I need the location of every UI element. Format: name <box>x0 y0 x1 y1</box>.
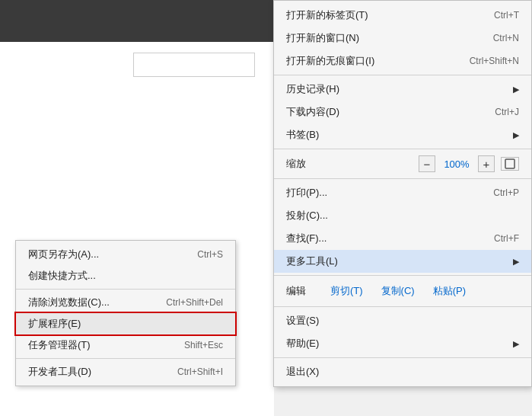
edit-label: 编辑 <box>286 284 306 298</box>
menu-item-label: 退出(X) <box>286 365 319 379</box>
menu-item-label: 书签(B) <box>286 128 319 142</box>
menu-item-label: 清除浏览数据(C)... <box>28 296 110 309</box>
menu-item-label: 查找(F)... <box>286 232 327 245</box>
context-menu-item[interactable]: 投射(C)... <box>274 204 531 227</box>
submenu-more-tools: 网页另存为(A)...Ctrl+S创建快捷方式...清除浏览数据(C)...Ct… <box>15 240 236 386</box>
menu-item-shortcut: Ctrl+Shift+I <box>177 366 223 377</box>
menu-item-shortcut: Ctrl+Shift+Del <box>166 297 223 308</box>
menu-item-shortcut: Ctrl+Shift+N <box>470 56 519 66</box>
menu-separator <box>274 178 531 179</box>
cut-button[interactable]: 剪切(T) <box>321 282 372 300</box>
zoom-in-button[interactable]: + <box>478 155 495 172</box>
svg-rect-0 <box>505 159 514 168</box>
submenu-arrow-icon: ▶ <box>513 339 519 349</box>
menu-separator <box>274 306 531 307</box>
menu-item-label: 历史记录(H) <box>286 82 339 96</box>
menu-item-shortcut: Ctrl+N <box>493 33 519 43</box>
context-menu-item[interactable]: 开发者工具(D)Ctrl+Shift+I <box>16 361 235 382</box>
browser-topbar <box>0 0 274 42</box>
context-menu-item[interactable]: 打开新的标签页(T)Ctrl+T <box>274 4 531 27</box>
menu-item-shortcut: Ctrl+S <box>197 249 223 260</box>
menu-item-shortcut: Ctrl+F <box>494 233 519 244</box>
menu-separator <box>274 275 531 276</box>
zoom-row: 缩放−100%+ <box>274 152 531 176</box>
menu-item-label: 打开新的标签页(T) <box>286 8 368 22</box>
submenu-arrow-icon: ▶ <box>513 257 519 267</box>
context-menu-item[interactable]: 查找(F)...Ctrl+F <box>274 227 531 250</box>
menu-item-label: 下载内容(D) <box>286 105 339 119</box>
paste-button[interactable]: 粘贴(P) <box>424 282 475 300</box>
context-menu-item[interactable]: 更多工具(L)▶ <box>274 250 531 273</box>
menu-item-label: 创建快捷方式... <box>28 269 96 283</box>
menu-item-label: 帮助(E) <box>286 337 319 350</box>
context-menu-item[interactable]: 历史记录(H)▶ <box>274 78 531 101</box>
main-context-menu: 打开新的标签页(T)Ctrl+T打开新的窗口(N)Ctrl+N打开新的无痕窗口(… <box>273 0 532 387</box>
zoom-fullscreen-button[interactable] <box>501 157 519 171</box>
menu-item-label: 打开新的无痕窗口(I) <box>286 54 374 68</box>
submenu-arrow-icon: ▶ <box>513 85 519 94</box>
menu-item-label: 网页另存为(A)... <box>28 248 99 261</box>
context-menu-item[interactable]: 帮助(E)▶ <box>274 332 531 355</box>
menu-item-shortcut: Ctrl+P <box>493 187 519 198</box>
menu-item-label: 更多工具(L) <box>286 254 338 268</box>
submenu-arrow-icon: ▶ <box>513 130 519 140</box>
menu-item-label: 打开新的窗口(N) <box>286 31 359 45</box>
zoom-value: 100% <box>441 158 472 170</box>
context-menu-item[interactable]: 创建快捷方式... <box>16 265 235 286</box>
menu-item-shortcut: Ctrl+T <box>494 10 519 21</box>
menu-separator <box>16 358 235 359</box>
menu-separator <box>274 149 531 149</box>
zoom-out-button[interactable]: − <box>419 155 435 172</box>
context-menu-item[interactable]: 下载内容(D)Ctrl+J <box>274 101 531 123</box>
context-menu-item[interactable]: 清除浏览数据(C)...Ctrl+Shift+Del <box>16 292 235 313</box>
menu-separator <box>274 75 531 75</box>
edit-row: 编辑剪切(T)复制(C)粘贴(P) <box>274 278 531 304</box>
menu-separator <box>274 357 531 358</box>
menu-item-label: 打印(P)... <box>286 186 327 200</box>
menu-item-label: 扩展程序(E) <box>28 317 81 331</box>
context-menu-item[interactable]: 退出(X) <box>274 360 531 383</box>
context-menu-item[interactable]: 打开新的无痕窗口(I)Ctrl+Shift+N <box>274 50 531 72</box>
context-menu-item[interactable]: 设置(S) <box>274 309 531 332</box>
menu-item-label: 任务管理器(T) <box>28 338 91 352</box>
menu-item-shortcut: Ctrl+J <box>495 107 519 117</box>
search-input[interactable] <box>133 53 255 77</box>
menu-item-label: 设置(S) <box>286 314 319 328</box>
zoom-label: 缩放 <box>286 157 413 171</box>
menu-item-label: 投射(C)... <box>286 209 328 222</box>
context-menu-item[interactable]: 打印(P)...Ctrl+P <box>274 181 531 204</box>
context-menu-item[interactable]: 打开新的窗口(N)Ctrl+N <box>274 27 531 50</box>
context-menu-item[interactable]: 网页另存为(A)...Ctrl+S <box>16 244 235 265</box>
context-menu-item[interactable]: 任务管理器(T)Shift+Esc <box>16 334 235 356</box>
copy-button[interactable]: 复制(C) <box>372 282 424 300</box>
context-menu-item[interactable]: 书签(B)▶ <box>274 123 531 146</box>
menu-item-label: 开发者工具(D) <box>28 365 91 379</box>
context-menu-item[interactable]: 扩展程序(E) <box>16 313 235 334</box>
menu-item-shortcut: Shift+Esc <box>184 340 223 350</box>
menu-separator <box>16 289 235 290</box>
